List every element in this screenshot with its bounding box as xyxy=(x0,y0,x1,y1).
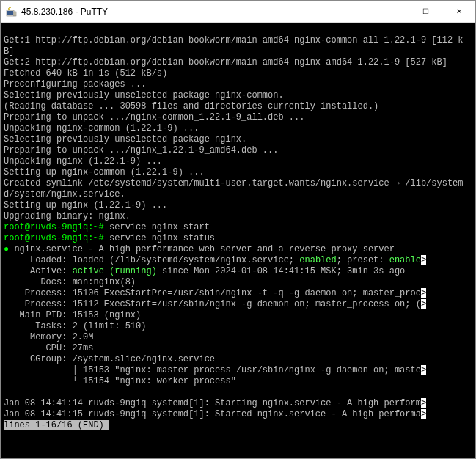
minimize-button[interactable]: — xyxy=(376,1,409,22)
status-memory: Memory: 2.0M xyxy=(4,332,93,342)
output-line: Fetched 640 kB in 1s (512 kB/s) xyxy=(4,68,167,78)
status-active-post: since Mon 2024-01-08 14:41:15 MSK; 3min … xyxy=(157,266,405,276)
output-line: Preparing to unpack .../nginx_1.22.1-9_a… xyxy=(4,145,278,155)
titlebar[interactable]: 45.8.230.186 - PuTTY — ☐ ✕ xyxy=(1,1,475,23)
close-button[interactable]: ✕ xyxy=(442,1,475,22)
output-line: Created symlink /etc/systemd/system/mult… xyxy=(4,178,464,199)
window-title: 45.8.230.186 - PuTTY xyxy=(21,7,376,17)
status-active-pre: Active: xyxy=(4,266,73,276)
enabled-text: enable xyxy=(389,255,421,265)
status-loaded: Loaded: loaded (/lib/systemd/system/ngin… xyxy=(4,255,299,265)
output-line: Setting up nginx-common (1.22.1-9) ... xyxy=(4,167,205,177)
output-line: Selecting previously unselected package … xyxy=(4,134,246,144)
output-line: Get:2 http://ftp.debian.org/debian bookw… xyxy=(4,57,447,67)
command: service nginx start xyxy=(104,222,210,232)
output-line: Get:1 http://ftp.debian.org/debian bookw… xyxy=(4,35,464,56)
svg-rect-2 xyxy=(14,12,16,16)
prompt: root@ruvds-9ngiq:~# xyxy=(4,222,104,232)
overflow-arrow-icon: > xyxy=(421,255,426,265)
output-line: Unpacking nginx (1.22.1-9) ... xyxy=(4,156,162,166)
terminal-area[interactable]: Get:1 http://ftp.debian.org/debian bookw… xyxy=(1,23,475,458)
overflow-arrow-icon: > xyxy=(421,288,426,298)
output-line: Unpacking nginx-common (1.22.1-9) ... xyxy=(4,123,199,133)
status-tasks: Tasks: 2 (limit: 510) xyxy=(4,321,146,331)
cursor-icon xyxy=(104,420,109,430)
status-cpu: CPU: 27ms xyxy=(4,343,93,353)
status-cgroup: CGroup: /system.slice/nginx.service xyxy=(4,354,215,364)
overflow-arrow-icon: > xyxy=(421,299,426,309)
output-line: (Reading database ... 30598 files and di… xyxy=(4,101,378,111)
prompt: root@ruvds-9ngiq:~# xyxy=(4,233,104,243)
overflow-arrow-icon: > xyxy=(421,409,426,419)
active-running: active (running) xyxy=(73,266,157,276)
command: service nginx status xyxy=(104,233,215,243)
maximize-button[interactable]: ☐ xyxy=(409,1,442,22)
svg-rect-1 xyxy=(7,11,13,15)
cgroup-tree: └─15154 "nginx: worker process" xyxy=(4,376,236,386)
status-docs: Docs: man:nginx(8) xyxy=(4,277,136,287)
journal-line: Jan 08 14:41:15 ruvds-9ngiq systemd[1]: … xyxy=(4,409,421,419)
status-loaded-mid: ; preset: xyxy=(337,255,389,265)
output-line: Selecting previously unselected package … xyxy=(4,90,284,100)
window-buttons: — ☐ ✕ xyxy=(376,1,475,22)
cgroup-tree: ├─15153 "nginx: master process /usr/sbin… xyxy=(4,365,421,375)
putty-icon xyxy=(5,6,17,18)
output-line: Preconfiguring packages ... xyxy=(4,79,146,89)
status-mainpid: Main PID: 15153 (nginx) xyxy=(4,310,141,320)
journal-line: Jan 08 14:41:14 ruvds-9ngiq systemd[1]: … xyxy=(4,398,421,408)
status-process: Process: 15106 ExecStartPre=/usr/sbin/ng… xyxy=(4,288,421,298)
status-process: Process: 15112 ExecStart=/usr/sbin/nginx… xyxy=(4,299,421,309)
enabled-text: enabled xyxy=(299,255,336,265)
output-line: Setting up nginx (1.22.1-9) ... xyxy=(4,200,167,210)
output-line: Upgrading binary: nginx. xyxy=(4,211,131,221)
overflow-arrow-icon: > xyxy=(421,398,426,408)
service-title: nginx.service - A high performance web s… xyxy=(9,244,395,254)
pager-status: lines 1-16/16 (END) xyxy=(4,420,104,430)
putty-window: 45.8.230.186 - PuTTY — ☐ ✕ Get:1 http://… xyxy=(0,0,476,459)
overflow-arrow-icon: > xyxy=(421,365,426,375)
output-line: Preparing to unpack .../nginx-common_1.2… xyxy=(4,112,304,122)
